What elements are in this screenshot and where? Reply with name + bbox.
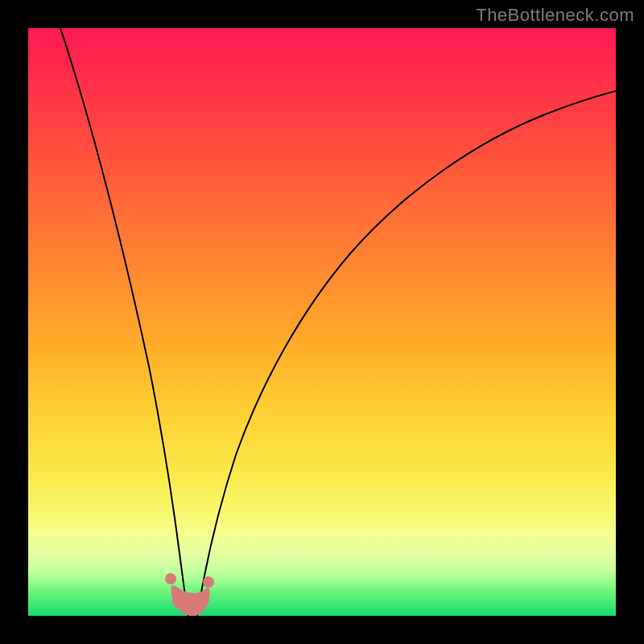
watermark-text: TheBottleneck.com bbox=[476, 5, 634, 26]
curve-left-branch bbox=[60, 28, 188, 616]
marker-dot-br bbox=[195, 592, 209, 607]
plot-area bbox=[28, 28, 616, 616]
minimum-marker-cluster bbox=[165, 573, 214, 616]
chart-frame: TheBottleneck.com bbox=[0, 0, 644, 644]
marker-dot-right bbox=[203, 576, 214, 588]
curve-svg bbox=[28, 28, 616, 616]
marker-dot-left bbox=[165, 573, 176, 584]
curve-right-branch bbox=[197, 91, 616, 616]
